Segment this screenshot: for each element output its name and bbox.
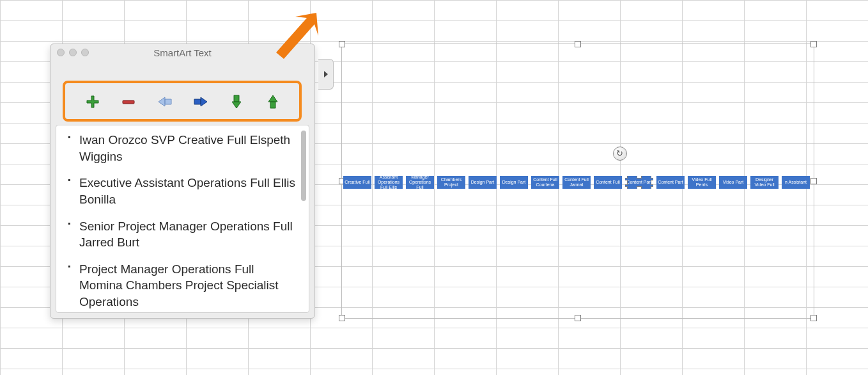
close-window-icon[interactable] xyxy=(57,49,65,56)
node-resize-handle[interactable] xyxy=(651,176,653,179)
org-node[interactable]: Content Part xyxy=(625,176,653,189)
org-node[interactable]: Manager Operations Full xyxy=(406,176,434,189)
panel-titlebar[interactable]: SmartArt Text xyxy=(50,44,314,61)
list-item[interactable]: Project Manager Operations Full Momina C… xyxy=(68,261,297,310)
org-node[interactable]: Creative Full xyxy=(343,176,371,189)
org-chart-nodes: Creative FullAssistant Operations Full E… xyxy=(342,176,814,189)
org-node[interactable]: Design Part xyxy=(500,176,528,189)
list-item[interactable]: Iwan Orozco SVP Creative Full Elspeth Wi… xyxy=(68,132,297,164)
text-list: Iwan Orozco SVP Creative Full Elspeth Wi… xyxy=(56,125,309,313)
zoom-window-icon[interactable] xyxy=(81,49,89,56)
panel-title: SmartArt Text xyxy=(50,47,314,58)
org-node[interactable]: Content Full xyxy=(594,176,622,189)
node-resize-handle[interactable] xyxy=(625,180,628,185)
toolbar-highlight-box xyxy=(63,81,302,122)
org-node[interactable]: n Assistant xyxy=(782,176,810,189)
rotate-handle[interactable] xyxy=(613,147,627,161)
node-resize-handle[interactable] xyxy=(637,186,642,189)
scrollbar-thumb[interactable] xyxy=(301,131,306,201)
window-controls xyxy=(57,49,89,56)
node-resize-handle[interactable] xyxy=(637,176,642,179)
smartart-canvas[interactable]: Creative FullAssistant Operations Full E… xyxy=(341,44,814,319)
org-node[interactable]: Chambers Project xyxy=(437,176,465,189)
resize-handle-tm[interactable] xyxy=(575,41,581,47)
org-node[interactable]: Design Part xyxy=(469,176,497,189)
text-pane[interactable]: Iwan Orozco SVP Creative Full Elspeth Wi… xyxy=(56,125,309,313)
org-node[interactable]: Assistant Operations Full Ellis xyxy=(375,176,403,189)
node-resize-handle[interactable] xyxy=(651,186,653,189)
list-item[interactable]: Senior Project Manager Operations Full J… xyxy=(68,218,297,251)
node-resize-handle[interactable] xyxy=(625,186,628,189)
list-item[interactable]: Executive Assistant Operations Full Elli… xyxy=(68,175,297,207)
chevron-right-icon xyxy=(323,70,329,79)
resize-handle-bl[interactable] xyxy=(339,315,345,321)
collapse-panel-button[interactable] xyxy=(318,59,334,90)
resize-handle-tl[interactable] xyxy=(339,41,345,47)
resize-handle-bm[interactable] xyxy=(575,315,581,321)
minimize-window-icon[interactable] xyxy=(69,49,77,56)
resize-handle-tr[interactable] xyxy=(810,41,817,47)
org-node[interactable]: Video Part xyxy=(719,176,747,189)
org-node[interactable]: Designer Video Full xyxy=(750,176,779,189)
org-node[interactable]: Content Full Courtena xyxy=(531,176,559,189)
org-node[interactable]: Video Full Perris xyxy=(688,176,716,189)
org-node[interactable]: Content Full Jannat xyxy=(562,176,591,189)
node-resize-handle[interactable] xyxy=(625,176,628,179)
org-node[interactable]: Content Part xyxy=(656,176,685,189)
resize-handle-br[interactable] xyxy=(810,315,817,321)
node-resize-handle[interactable] xyxy=(651,180,653,185)
